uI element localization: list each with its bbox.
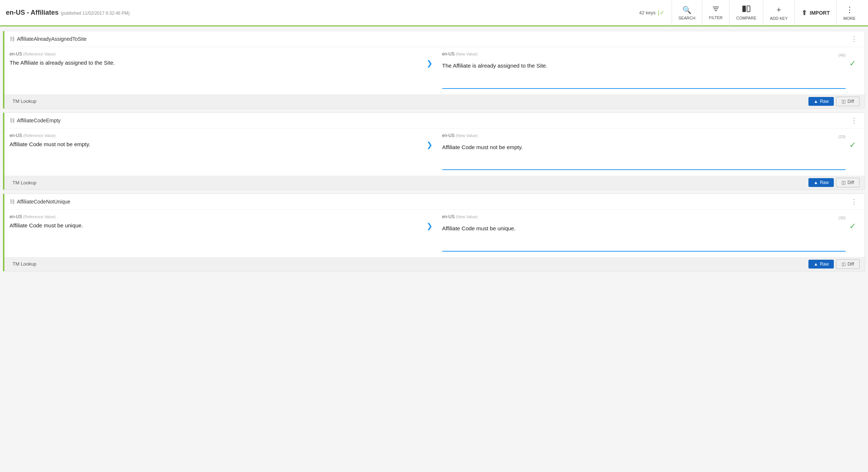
raw-triangle-icon-3: ▲: [814, 262, 818, 267]
compare-label: COMPARE: [736, 16, 756, 20]
ref-label-3: en-US (Reference Value): [10, 214, 413, 219]
raw-triangle-icon-1: ▲: [814, 99, 818, 104]
filter-button[interactable]: FILTER: [702, 0, 729, 26]
import-icon: ⬆: [801, 9, 807, 17]
diff-icon-3: ◫: [842, 262, 846, 267]
toolbar: 🔍 SEARCH FILTER COMPARE +: [672, 0, 862, 26]
diff-icon-1: ◫: [842, 99, 846, 104]
char-count-3: (30): [838, 216, 846, 220]
add-key-button[interactable]: + ADD KEY: [763, 0, 794, 26]
new-type-2: (New Value): [456, 133, 478, 138]
footer-right-2: ▲ Raw ◫ Diff: [808, 178, 860, 187]
ref-type-3: (Reference Value): [23, 215, 56, 219]
diff-button-3[interactable]: ◫ Diff: [836, 259, 860, 269]
svg-rect-3: [743, 6, 746, 12]
link-icon-1: ⛓: [10, 36, 15, 42]
keys-check-icon: |✓: [658, 9, 664, 16]
diff-label-2: Diff: [847, 180, 854, 185]
arrow-3: ❯: [421, 214, 439, 230]
card-footer-2: TM Lookup ▲ Raw ◫ Diff: [4, 176, 865, 190]
import-button[interactable]: ⬆ IMPORT: [795, 0, 837, 26]
search-button[interactable]: 🔍 SEARCH: [672, 0, 703, 26]
header-title: en-US - Affiliates (published 11/02/2017…: [6, 9, 639, 17]
key-name-2: ⛓ AffiliateCodeEmpty: [10, 118, 61, 123]
raw-button-1[interactable]: ▲ Raw: [808, 97, 834, 106]
card-body-2: en-US (Reference Value) Affiliate Code m…: [4, 129, 865, 176]
ref-label-1: en-US (Reference Value): [10, 51, 413, 57]
ref-text-1: The Affiliate is already assigned to the…: [10, 59, 413, 67]
ref-label-2: en-US (Reference Value): [10, 133, 413, 138]
keys-count-label: 42 keys: [639, 10, 656, 15]
import-label: IMPORT: [810, 10, 830, 16]
page-header: en-US - Affiliates (published 11/02/2017…: [0, 0, 868, 26]
card-header-2: ⛓ AffiliateCodeEmpty ⋮: [4, 113, 865, 129]
compare-button[interactable]: COMPARE: [729, 0, 763, 26]
check-icon-2: ✓: [849, 140, 856, 150]
link-icon-2: ⛓: [10, 118, 15, 123]
tm-lookup-button-2[interactable]: TM Lookup: [10, 179, 39, 187]
new-val-header-2: en-US (New Value) (33): [442, 133, 846, 140]
card-menu-button-1[interactable]: ⋮: [849, 35, 860, 43]
card-affiliate-code-not-unique: ⛓ AffiliateCodeNotUnique ⋮ en-US (Refere…: [3, 194, 865, 271]
raw-label-2: Raw: [820, 180, 829, 185]
compare-icon: [742, 5, 750, 14]
new-lang-label-3: en-US (New Value): [442, 214, 478, 219]
tm-lookup-button-3[interactable]: TM Lookup: [10, 260, 39, 268]
page-title-main: en-US - Affiliates: [6, 9, 58, 17]
key-label-1: AffiliateAlreadyAssignedToSite: [17, 36, 87, 42]
ref-text-2: Affiliate Code must not be empty.: [10, 140, 413, 149]
card-menu-button-3[interactable]: ⋮: [849, 198, 860, 206]
ref-section-3: en-US (Reference Value) Affiliate Code m…: [10, 214, 421, 230]
search-label: SEARCH: [679, 16, 696, 20]
key-name-3: ⛓ AffiliateCodeNotUnique: [10, 199, 70, 205]
arrow-icon-2: ❯: [426, 140, 433, 149]
arrow-icon-3: ❯: [426, 221, 433, 230]
new-val-section-2: en-US (New Value) (33): [439, 133, 846, 172]
card-header-1: ⛓ AffiliateAlreadyAssignedToSite ⋮: [4, 31, 865, 47]
new-lang-2: en-US: [442, 133, 455, 138]
new-val-header-1: en-US (New Value) (46): [442, 51, 846, 59]
link-icon-3: ⛓: [10, 199, 15, 205]
key-name-1: ⛓ AffiliateAlreadyAssignedToSite: [10, 36, 87, 42]
search-icon: 🔍: [682, 6, 692, 14]
diff-icon-2: ◫: [842, 180, 846, 185]
svg-rect-4: [747, 6, 750, 12]
add-key-label: ADD KEY: [770, 16, 787, 21]
checkmark-col-2: ✓: [846, 133, 860, 150]
ref-section-2: en-US (Reference Value) Affiliate Code m…: [10, 133, 421, 149]
raw-button-2[interactable]: ▲ Raw: [808, 178, 834, 187]
add-key-icon: +: [776, 5, 781, 15]
new-val-input-2[interactable]: [442, 142, 846, 170]
key-label-3: AffiliateCodeNotUnique: [17, 199, 70, 205]
arrow-2: ❯: [421, 133, 439, 149]
diff-button-2[interactable]: ◫ Diff: [836, 178, 860, 187]
raw-triangle-icon-2: ▲: [814, 180, 818, 185]
ref-lang-1: en-US: [10, 51, 22, 57]
new-type-1: (New Value): [456, 52, 478, 56]
diff-button-1[interactable]: ◫ Diff: [836, 97, 860, 106]
more-label: MORE: [843, 16, 856, 21]
card-affiliate-already-assigned: ⛓ AffiliateAlreadyAssignedToSite ⋮ en-US…: [3, 31, 865, 109]
diff-label-1: Diff: [847, 99, 854, 104]
key-label-2: AffiliateCodeEmpty: [17, 118, 61, 123]
char-count-1: (46): [838, 53, 846, 57]
new-val-input-3[interactable]: [442, 223, 846, 252]
raw-button-3[interactable]: ▲ Raw: [808, 260, 834, 269]
new-type-3: (New Value): [456, 215, 478, 219]
ref-lang-2: en-US: [10, 133, 22, 138]
ref-type-1: (Reference Value): [23, 52, 56, 56]
new-val-input-1[interactable]: [442, 60, 846, 89]
char-count-2: (33): [838, 134, 846, 139]
card-menu-button-2[interactable]: ⋮: [849, 116, 860, 125]
card-header-3: ⛓ AffiliateCodeNotUnique ⋮: [4, 194, 865, 210]
checkmark-col-3: ✓: [846, 214, 860, 231]
footer-right-3: ▲ Raw ◫ Diff: [808, 259, 860, 269]
filter-icon: [712, 6, 719, 14]
ref-section-1: en-US (Reference Value) The Affiliate is…: [10, 51, 421, 67]
more-button[interactable]: ⋮ MORE: [837, 0, 862, 26]
arrow-icon-1: ❯: [426, 59, 433, 68]
arrow-1: ❯: [421, 51, 439, 68]
check-icon-3: ✓: [849, 221, 856, 231]
tm-lookup-button-1[interactable]: TM Lookup: [10, 97, 39, 105]
card-footer-3: TM Lookup ▲ Raw ◫ Diff: [4, 257, 865, 271]
